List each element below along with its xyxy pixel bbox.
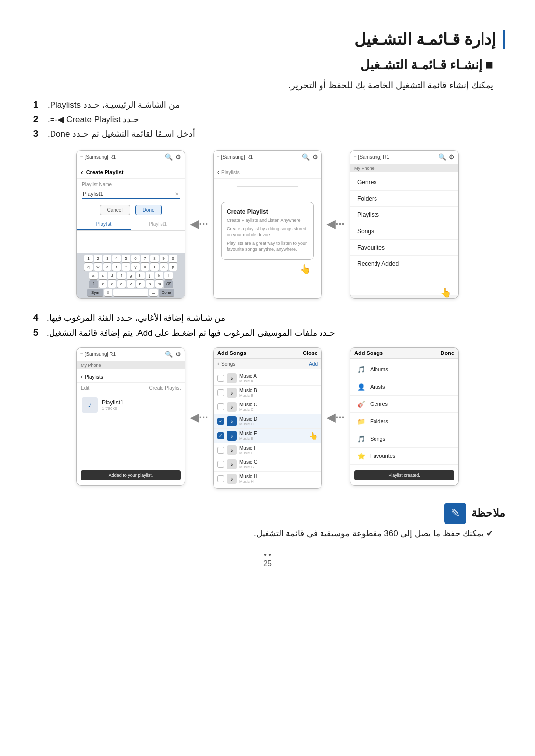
cancel-button[interactable]: Cancel	[100, 205, 130, 215]
kb-key-1[interactable]: 1	[84, 255, 93, 262]
done-btn-6[interactable]: Done	[441, 350, 455, 356]
kb-f[interactable]: f	[117, 272, 126, 279]
cat-favourites[interactable]: ⭐ Favourites	[350, 448, 458, 465]
cat-folders[interactable]: 📁 Folders	[350, 413, 458, 430]
song-checkbox-e[interactable]: ✓	[217, 432, 224, 439]
kb-shift[interactable]: ⇧	[89, 280, 98, 288]
song-checkbox-d[interactable]: ✓	[217, 418, 224, 425]
create-playlist-btn[interactable]: Create Playlist	[149, 385, 181, 391]
cat-genres[interactable]: 🎸 Genres	[350, 396, 458, 413]
kb-p[interactable]: p	[169, 263, 177, 271]
menu-recently-added[interactable]: Recently Added	[350, 256, 458, 272]
kb-key-0[interactable]: 0	[169, 255, 177, 262]
cat-artists[interactable]: 👤 Artists	[350, 378, 458, 396]
kb-c[interactable]: c	[117, 280, 126, 288]
song-row-e[interactable]: ✓ ♪ Music E Music E 👆	[214, 429, 321, 443]
song-row-f[interactable]: ♪ Music F Music F	[214, 443, 321, 457]
close-btn-5[interactable]: Close	[303, 350, 318, 356]
song-row-a[interactable]: ♪ Music A Music A	[214, 371, 321, 386]
settings-icon-4[interactable]: ⚙	[175, 351, 181, 358]
kb-j[interactable]: j	[146, 272, 154, 279]
kb-key-7[interactable]: 7	[141, 255, 149, 262]
done-button[interactable]: Done	[135, 205, 162, 215]
song-checkbox-f[interactable]	[217, 447, 224, 454]
cp-input[interactable]: Playlist1 ✕	[82, 189, 180, 199]
kb-g[interactable]: g	[127, 272, 135, 279]
create-playlist-popup: Create Playlist Create Playlists and Lis…	[221, 202, 314, 260]
kb-emoji[interactable]: ☺	[104, 289, 112, 296]
kb-t[interactable]: t	[122, 263, 130, 271]
menu-playlists[interactable]: Playlists	[350, 207, 458, 223]
song-checkbox-c[interactable]	[217, 403, 224, 410]
kb-o[interactable]: o	[160, 263, 168, 271]
search-icon-4[interactable]: 🔍	[165, 351, 173, 358]
add-btn-5[interactable]: Add	[309, 361, 318, 367]
settings-icon-1[interactable]: ⚙	[175, 153, 181, 161]
song-icon-g: ♪	[227, 459, 237, 469]
kb-s[interactable]: s	[99, 272, 107, 279]
search-icon-1[interactable]: 🔍	[165, 153, 173, 161]
kb-e[interactable]: e	[103, 263, 111, 271]
tab-playlist1[interactable]: Playlist1	[131, 219, 185, 230]
kb-key-4[interactable]: 4	[112, 255, 121, 262]
kb-i[interactable]: i	[150, 263, 159, 271]
search-icon-2[interactable]: 🔍	[302, 153, 310, 161]
kb-q[interactable]: q	[84, 263, 93, 271]
songs-tab-label[interactable]: Songs	[221, 361, 235, 367]
playlist-item-1[interactable]: ♪ Playlist1 1 tracks	[77, 393, 185, 417]
kb-dots[interactable]: ...	[149, 289, 158, 296]
song-row-g[interactable]: ♪ Music G Music G	[214, 457, 321, 472]
kb-d[interactable]: d	[108, 272, 116, 279]
kb-h[interactable]: h	[136, 272, 145, 279]
kb-key-8[interactable]: 8	[150, 255, 159, 262]
back-arrow-4[interactable]: ‹	[81, 373, 83, 380]
kb-b[interactable]: b	[136, 280, 145, 288]
kb-key-5[interactable]: 5	[122, 255, 130, 262]
song-row-b[interactable]: ♪ Music B Music B	[214, 386, 321, 400]
kb-m[interactable]: m	[155, 280, 163, 288]
cat-songs[interactable]: 🎵 Songs	[350, 430, 458, 448]
settings-icon-3[interactable]: ⚙	[449, 153, 455, 161]
kb-w[interactable]: w	[94, 263, 102, 271]
search-icon-3[interactable]: 🔍	[438, 153, 446, 161]
song-row-d[interactable]: ✓ ♪ Music D Music D	[214, 414, 321, 429]
kb-x[interactable]: x	[108, 280, 116, 288]
kb-space[interactable]	[113, 289, 148, 296]
kb-y[interactable]: y	[131, 263, 140, 271]
kb-r[interactable]: r	[112, 263, 121, 271]
back-label-4: Playlists	[85, 374, 103, 380]
song-checkbox-h[interactable]	[217, 475, 224, 482]
back-arrow-5[interactable]: ‹	[217, 360, 219, 367]
kb-u[interactable]: u	[141, 263, 149, 271]
tab-playlist[interactable]: Playlist	[77, 219, 131, 230]
song-row-h[interactable]: ♪ Music H Music H	[214, 472, 321, 486]
song-checkbox-g[interactable]	[217, 461, 224, 468]
phone-body-4: ‹ Playlists Edit Create Playlist ♪ Playl…	[77, 369, 185, 485]
kb-v[interactable]: v	[127, 280, 135, 288]
kb-sym[interactable]: Sym	[87, 289, 103, 296]
settings-icon-2[interactable]: ⚙	[312, 153, 318, 161]
kb-done[interactable]: Done	[159, 289, 174, 296]
kb-a[interactable]: a	[89, 272, 98, 279]
kb-l[interactable]: l	[164, 272, 173, 279]
menu-genres[interactable]: Genres	[350, 174, 458, 191]
back-arrow-1[interactable]: ‹	[81, 168, 83, 176]
kb-key-2[interactable]: 2	[94, 255, 102, 262]
song-row-c[interactable]: ♪ Music C Music C	[214, 400, 321, 414]
kb-backspace[interactable]: ⌫	[164, 280, 173, 288]
song-checkbox-a[interactable]	[217, 375, 224, 382]
edit-btn[interactable]: Edit	[81, 385, 89, 391]
menu-favourites[interactable]: Favourites	[350, 240, 458, 256]
kb-key-6[interactable]: 6	[131, 255, 140, 262]
kb-key-9[interactable]: 9	[160, 255, 168, 262]
menu-songs[interactable]: Songs	[350, 223, 458, 240]
kb-key-3[interactable]: 3	[103, 255, 111, 262]
song-checkbox-b[interactable]	[217, 389, 224, 396]
kb-z[interactable]: z	[99, 280, 107, 288]
kb-n[interactable]: n	[146, 280, 154, 288]
menu-folders[interactable]: Folders	[350, 191, 458, 207]
kb-k[interactable]: k	[155, 272, 163, 279]
back-arrow-2[interactable]: ‹	[217, 169, 219, 176]
clear-icon[interactable]: ✕	[175, 191, 179, 197]
cat-albums[interactable]: 🎵 Albums	[350, 361, 458, 378]
